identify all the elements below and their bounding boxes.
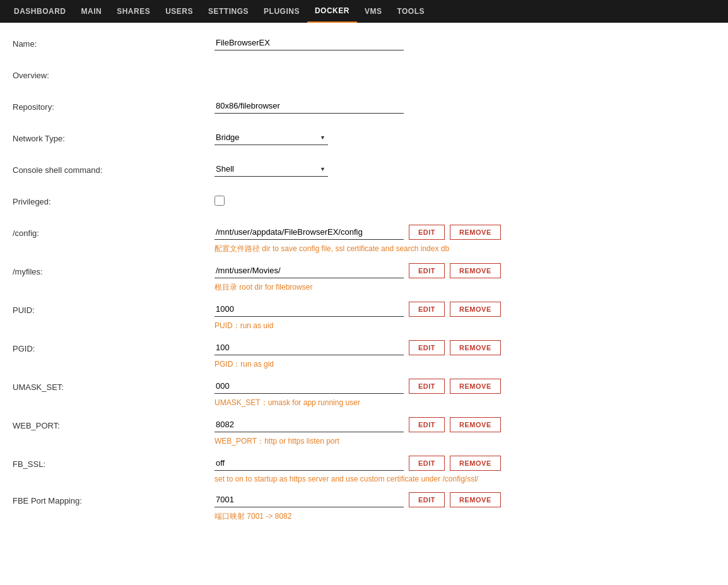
config-field: EDIT REMOVE 配置文件路径 dir to save config fi…	[214, 225, 715, 254]
pgid-remove-button[interactable]: REMOVE	[450, 340, 501, 355]
name-row: Name:	[13, 35, 715, 58]
overview-label: Overview:	[13, 67, 214, 80]
privileged-label: Privileged:	[13, 193, 214, 206]
fbe-port-field: EDIT REMOVE 端口映射 7001 -> 8082	[214, 492, 715, 522]
puid-edit-button[interactable]: EDIT	[409, 302, 445, 317]
repository-input[interactable]	[214, 98, 404, 114]
puid-row: PUID: EDIT REMOVE PUID：run as uid	[13, 302, 715, 331]
name-label: Name:	[13, 35, 214, 49]
console-shell-field: Shell bash sh	[214, 162, 715, 177]
console-shell-label: Console shell command:	[13, 162, 214, 175]
web-port-hint: WEB_PORT：http or https listen port	[214, 436, 715, 447]
nav-main[interactable]: MAIN	[74, 0, 110, 23]
fb-ssl-field-group: EDIT REMOVE set to on to startup as http…	[214, 456, 715, 483]
pgid-hint: PGID：run as gid	[214, 359, 715, 370]
myfiles-input[interactable]	[214, 263, 404, 278]
nav-plugins[interactable]: PLUGINS	[256, 0, 307, 23]
umask-remove-button[interactable]: REMOVE	[450, 379, 501, 394]
nav-shares[interactable]: SHARES	[109, 0, 158, 23]
nav-dashboard[interactable]: DASHBOARD	[6, 0, 74, 23]
nav-settings[interactable]: SETTINGS	[201, 0, 256, 23]
myfiles-edit-button[interactable]: EDIT	[409, 263, 445, 278]
web-port-field-group: EDIT REMOVE WEB_PORT：http or https liste…	[214, 417, 715, 447]
fbe-port-remove-button[interactable]: REMOVE	[450, 492, 501, 507]
config-row: /config: EDIT REMOVE 配置文件路径 dir to save …	[13, 225, 715, 254]
nav-users[interactable]: USERS	[158, 0, 201, 23]
config-field-row: EDIT REMOVE	[214, 225, 715, 240]
console-shell-select[interactable]: Shell bash sh	[214, 162, 328, 177]
puid-field: EDIT REMOVE PUID：run as uid	[214, 302, 715, 331]
privileged-row: Privileged:	[13, 193, 715, 216]
config-field-group: EDIT REMOVE 配置文件路径 dir to save config fi…	[214, 225, 715, 254]
myfiles-remove-button[interactable]: REMOVE	[450, 263, 501, 278]
fb-ssl-row: FB_SSL: EDIT REMOVE set to on to startup…	[13, 456, 715, 483]
nav-vms[interactable]: VMS	[357, 0, 390, 23]
fb-ssl-input[interactable]	[214, 456, 404, 471]
network-type-select[interactable]: Bridge Host None	[214, 130, 328, 145]
network-type-label: Network Type:	[13, 130, 214, 143]
nav-tools[interactable]: TOOLS	[389, 0, 432, 23]
umask-hint: UMASK_SET：umask for app running user	[214, 398, 715, 408]
fbe-port-field-group: EDIT REMOVE 端口映射 7001 -> 8082	[214, 492, 715, 522]
pgid-label: PGID:	[13, 340, 214, 353]
web-port-field: EDIT REMOVE WEB_PORT：http or https liste…	[214, 417, 715, 447]
fbe-port-row: FBE Port Mapping: EDIT REMOVE 端口映射 7001 …	[13, 492, 715, 522]
config-label: /config:	[13, 225, 214, 238]
fb-ssl-edit-button[interactable]: EDIT	[409, 456, 445, 471]
console-shell-wrapper: Shell bash sh	[214, 162, 328, 177]
network-type-wrapper: Bridge Host None	[214, 130, 328, 145]
puid-input[interactable]	[214, 302, 404, 317]
puid-field-row: EDIT REMOVE	[214, 302, 715, 317]
name-field	[214, 35, 715, 50]
web-port-remove-button[interactable]: REMOVE	[450, 417, 501, 432]
myfiles-field: EDIT REMOVE 根目录 root dir for filebrowser	[214, 263, 715, 293]
pgid-input[interactable]	[214, 340, 404, 355]
fb-ssl-label: FB_SSL:	[13, 456, 214, 469]
puid-label: PUID:	[13, 302, 214, 315]
web-port-label: WEB_PORT:	[13, 417, 214, 430]
web-port-row: WEB_PORT: EDIT REMOVE WEB_PORT：http or h…	[13, 417, 715, 447]
console-shell-row: Console shell command: Shell bash sh	[13, 162, 715, 184]
umask-field-group: EDIT REMOVE UMASK_SET：umask for app runn…	[214, 379, 715, 408]
puid-hint: PUID：run as uid	[214, 321, 715, 331]
myfiles-label: /myfiles:	[13, 263, 214, 276]
config-edit-button[interactable]: EDIT	[409, 225, 445, 240]
umask-edit-button[interactable]: EDIT	[409, 379, 445, 394]
myfiles-field-row: EDIT REMOVE	[214, 263, 715, 278]
umask-row: UMASK_SET: EDIT REMOVE UMASK_SET：umask f…	[13, 379, 715, 408]
fbe-port-edit-button[interactable]: EDIT	[409, 492, 445, 507]
web-port-edit-button[interactable]: EDIT	[409, 417, 445, 432]
puid-field-group: EDIT REMOVE PUID：run as uid	[214, 302, 715, 331]
fbe-port-input[interactable]	[214, 492, 404, 507]
fb-ssl-field: EDIT REMOVE set to on to startup as http…	[214, 456, 715, 483]
umask-field: EDIT REMOVE UMASK_SET：umask for app runn…	[214, 379, 715, 408]
config-hint: 配置文件路径 dir to save config file, ssl cert…	[214, 244, 715, 254]
fb-ssl-hint: set to on to startup as https server and…	[214, 475, 715, 483]
main-content: Name: Overview: Repository: Network Type…	[0, 23, 728, 543]
fbe-port-field-row: EDIT REMOVE	[214, 492, 715, 507]
umask-input[interactable]	[214, 379, 404, 394]
fb-ssl-remove-button[interactable]: REMOVE	[450, 456, 501, 471]
web-port-input[interactable]	[214, 417, 404, 432]
top-navigation: DASHBOARD MAIN SHARES USERS SETTINGS PLU…	[0, 0, 728, 23]
pgid-edit-button[interactable]: EDIT	[409, 340, 445, 355]
config-input[interactable]	[214, 225, 404, 240]
fbe-port-hint: 端口映射 7001 -> 8082	[214, 511, 715, 522]
myfiles-hint: 根目录 root dir for filebrowser	[214, 282, 715, 293]
fb-ssl-field-row: EDIT REMOVE	[214, 456, 715, 471]
config-remove-button[interactable]: REMOVE	[450, 225, 501, 240]
name-input[interactable]	[214, 35, 404, 50]
pgid-field-group: EDIT REMOVE PGID：run as gid	[214, 340, 715, 370]
nav-docker[interactable]: DOCKER	[307, 0, 357, 23]
myfiles-row: /myfiles: EDIT REMOVE 根目录 root dir for f…	[13, 263, 715, 293]
puid-remove-button[interactable]: REMOVE	[450, 302, 501, 317]
repository-field	[214, 98, 715, 114]
repository-row: Repository:	[13, 98, 715, 121]
repository-label: Repository:	[13, 98, 214, 112]
privileged-checkbox[interactable]	[214, 196, 225, 206]
umask-field-row: EDIT REMOVE	[214, 379, 715, 394]
pgid-field-row: EDIT REMOVE	[214, 340, 715, 355]
network-type-field: Bridge Host None	[214, 130, 715, 145]
network-type-row: Network Type: Bridge Host None	[13, 130, 715, 153]
pgid-row: PGID: EDIT REMOVE PGID：run as gid	[13, 340, 715, 370]
